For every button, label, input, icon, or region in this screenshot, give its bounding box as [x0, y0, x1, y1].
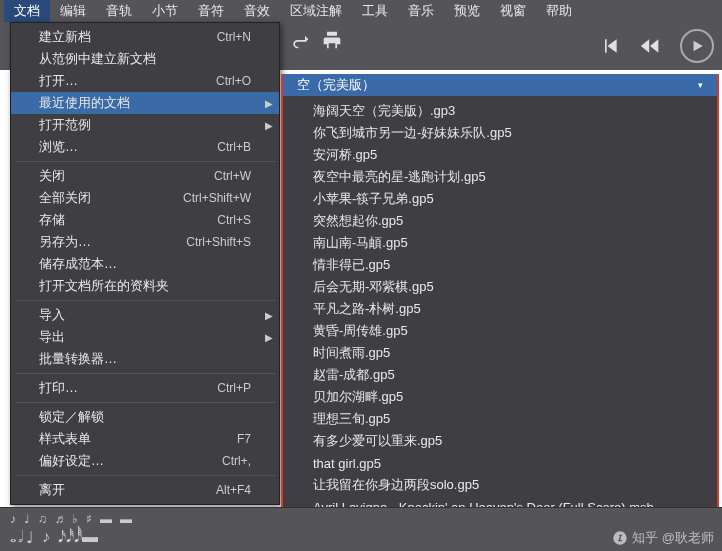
file-menu-item[interactable]: 储存成范本… — [11, 253, 279, 275]
file-menu-item[interactable]: 存储Ctrl+S — [11, 209, 279, 231]
menu-item-label: 从范例中建立新文档 — [39, 50, 156, 68]
note-accent-row: ♪ ♩ ♫ ♬ ♭ ♯ ▬ ▬ — [10, 512, 132, 526]
file-menu-item[interactable]: 导出▶ — [11, 326, 279, 348]
menubar-item-file[interactable]: 文档 — [4, 0, 50, 22]
menu-item-label: 存储 — [39, 211, 65, 229]
note-accent-icon[interactable]: ♯ — [86, 512, 92, 526]
file-menu-item[interactable]: 打开…Ctrl+O — [11, 70, 279, 92]
recent-file-item[interactable]: 后会无期-邓紫棋.gp5 — [283, 276, 717, 298]
quarter-note-icon[interactable]: ♩ — [26, 528, 34, 547]
menubar-item-section[interactable]: 区域注解 — [280, 0, 352, 22]
note-accent-icon[interactable]: ♪ — [10, 512, 16, 526]
note-duration-row: 𝅝 𝅗𝅥 ♩ ♪ 𝅘𝅥𝅯 𝅘𝅥𝅰 𝅘𝅥𝅱 ▬ — [10, 528, 132, 547]
file-menu-item[interactable]: 打印…Ctrl+P — [11, 377, 279, 399]
menu-item-label: 关闭 — [39, 167, 65, 185]
recent-file-item[interactable]: 安河桥.gp5 — [283, 144, 717, 166]
recent-file-item[interactable]: 海阔天空（完美版）.gp3 — [283, 100, 717, 122]
recent-file-item[interactable]: 理想三旬.gp5 — [283, 408, 717, 430]
menu-item-label: 批量转换器… — [39, 350, 117, 368]
menu-item-shortcut: Ctrl+N — [217, 30, 251, 44]
menu-item-shortcut: Ctrl+P — [217, 381, 251, 395]
submenu-arrow-icon: ▶ — [265, 98, 273, 109]
note-accent-icon[interactable]: ♬ — [55, 512, 64, 526]
menubar-item-edit[interactable]: 编辑 — [50, 0, 96, 22]
file-menu-item[interactable]: 关闭Ctrl+W — [11, 165, 279, 187]
toolbar-left — [290, 30, 342, 50]
rest-icon[interactable]: ▬ — [82, 528, 98, 547]
menu-item-label: 另存为… — [39, 233, 91, 251]
menu-item-label: 打印… — [39, 379, 78, 397]
menubar-item-help[interactable]: 帮助 — [536, 0, 582, 22]
recent-file-item[interactable]: 黄昏-周传雄.gp5 — [283, 320, 717, 342]
recent-file-item[interactable]: 时间煮雨.gp5 — [283, 342, 717, 364]
menu-item-shortcut: Ctrl+S — [217, 213, 251, 227]
recent-file-item[interactable]: 贝加尔湖畔.gp5 — [283, 386, 717, 408]
print-icon[interactable] — [322, 30, 342, 50]
file-menu-item[interactable]: 浏览…Ctrl+B — [11, 136, 279, 158]
recent-file-item[interactable]: that girl.gp5 — [283, 452, 717, 474]
recent-file-item[interactable]: 小苹果-筷子兄弟.gp5 — [283, 188, 717, 210]
menubar-item-note[interactable]: 音符 — [188, 0, 234, 22]
menu-separator — [15, 161, 275, 162]
menu-item-label: 偏好设定… — [39, 452, 104, 470]
redo-icon[interactable] — [290, 30, 310, 50]
eighth-note-icon[interactable]: ♪ — [42, 528, 50, 547]
file-menu-item[interactable]: 另存为…Ctrl+Shift+S — [11, 231, 279, 253]
menubar-item-track[interactable]: 音轨 — [96, 0, 142, 22]
file-menu-item[interactable]: 导入▶ — [11, 304, 279, 326]
recent-file-item[interactable]: 情非得已.gp5 — [283, 254, 717, 276]
menubar-item-window[interactable]: 视窗 — [490, 0, 536, 22]
zhihu-icon — [612, 530, 628, 546]
recent-file-item[interactable]: 突然想起你.gp5 — [283, 210, 717, 232]
file-menu-item[interactable]: 锁定／解锁 — [11, 406, 279, 428]
recent-file-item[interactable]: 有多少爱可以重来.gp5 — [283, 430, 717, 452]
playback-toolbar — [600, 28, 714, 64]
recent-tab-header[interactable]: 空（完美版） ▾ — [283, 74, 717, 96]
recent-file-item[interactable]: 赵雷-成都.gp5 — [283, 364, 717, 386]
file-menu-item[interactable]: 样式表单F7 — [11, 428, 279, 450]
menu-item-label: 锁定／解锁 — [39, 408, 104, 426]
note-accent-icon[interactable]: ▬ — [100, 512, 112, 526]
recent-file-item[interactable]: 夜空中最亮的星-逃跑计划.gp5 — [283, 166, 717, 188]
menu-item-label: 建立新档 — [39, 28, 91, 46]
file-menu-item[interactable]: 离开Alt+F4 — [11, 479, 279, 501]
menu-item-shortcut: Ctrl+O — [216, 74, 251, 88]
menu-item-label: 离开 — [39, 481, 65, 499]
recent-file-item[interactable]: 南山南-马頔.gp5 — [283, 232, 717, 254]
menu-item-shortcut: Ctrl+Shift+W — [183, 191, 251, 205]
menu-item-label: 储存成范本… — [39, 255, 117, 273]
recent-file-item[interactable]: 你飞到城市另一边-好妹妹乐队.gp5 — [283, 122, 717, 144]
menubar-item-preview[interactable]: 预览 — [444, 0, 490, 22]
note-accent-icon[interactable]: ▬ — [120, 512, 132, 526]
file-menu-item[interactable]: 打开文档所在的资料夹 — [11, 275, 279, 297]
menubar-item-effect[interactable]: 音效 — [234, 0, 280, 22]
menu-separator — [15, 373, 275, 374]
file-menu-item[interactable]: 偏好设定…Ctrl+, — [11, 450, 279, 472]
recent-file-item[interactable]: 平凡之路-朴树.gp5 — [283, 298, 717, 320]
file-menu-item[interactable]: 建立新档Ctrl+N — [11, 26, 279, 48]
note-accent-icon[interactable]: ♩ — [24, 512, 30, 526]
menu-separator — [15, 300, 275, 301]
menu-item-shortcut: Ctrl+W — [214, 169, 251, 183]
watermark: 知乎 @耿老师 — [612, 529, 714, 547]
recent-file-item[interactable]: 让我留在你身边两段solo.gp5 — [283, 474, 717, 496]
submenu-arrow-icon: ▶ — [265, 120, 273, 131]
skip-start-icon[interactable] — [600, 36, 620, 56]
menu-separator — [15, 475, 275, 476]
menubar-item-music[interactable]: 音乐 — [398, 0, 444, 22]
menubar-item-tools[interactable]: 工具 — [352, 0, 398, 22]
menu-item-label: 全部关闭 — [39, 189, 91, 207]
file-menu-item[interactable]: 全部关闭Ctrl+Shift+W — [11, 187, 279, 209]
play-button[interactable] — [680, 29, 714, 63]
menubar-item-bar[interactable]: 小节 — [142, 0, 188, 22]
file-menu-item[interactable]: 批量转换器… — [11, 348, 279, 370]
file-menu-item[interactable]: 从范例中建立新文档 — [11, 48, 279, 70]
note-accent-icon[interactable]: ♫ — [38, 512, 47, 526]
rewind-icon[interactable] — [640, 36, 660, 56]
menu-item-shortcut: Ctrl+B — [217, 140, 251, 154]
file-menu-item[interactable]: 最近使用的文档▶ — [11, 92, 279, 114]
submenu-arrow-icon: ▶ — [265, 310, 273, 321]
menu-item-label: 打开范例 — [39, 116, 91, 134]
note-accent-icon[interactable]: ♭ — [72, 512, 78, 526]
file-menu-item[interactable]: 打开范例▶ — [11, 114, 279, 136]
